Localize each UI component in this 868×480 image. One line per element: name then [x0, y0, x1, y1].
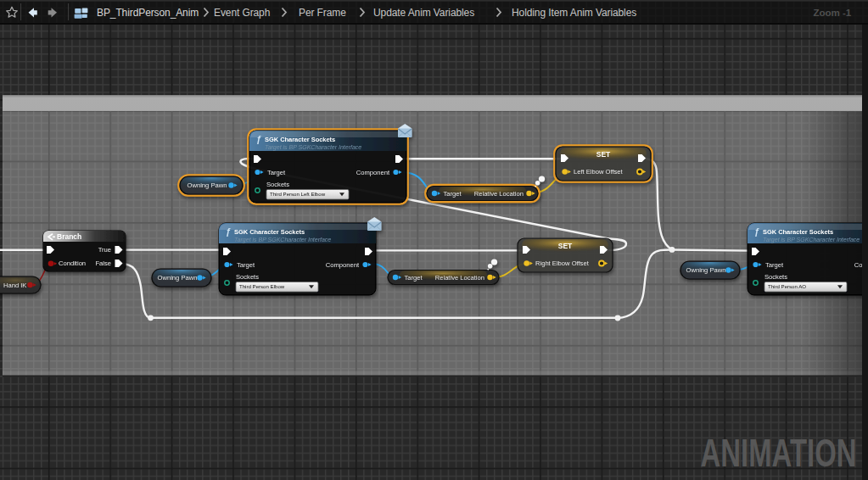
svg-text:Branch: Branch: [57, 232, 81, 241]
svg-text:Event Graph: Event Graph: [214, 7, 270, 19]
svg-text:Third Person AO: Third Person AO: [768, 283, 806, 289]
svg-text:True: True: [98, 246, 111, 254]
svg-text:Owning Pawn: Owning Pawn: [188, 181, 227, 189]
svg-text:Zoom -1: Zoom -1: [814, 7, 852, 18]
svg-text:BP_ThirdPerson_Anim: BP_ThirdPerson_Anim: [97, 7, 199, 19]
svg-text:Per Frame: Per Frame: [299, 7, 346, 19]
svg-text:False: False: [95, 260, 111, 267]
svg-text:Update Anim Variables: Update Anim Variables: [373, 7, 474, 19]
svg-text:Third Person Left Elbow: Third Person Left Elbow: [270, 191, 326, 197]
svg-text:Hand IK: Hand IK: [3, 282, 26, 289]
svg-text:ANIMATION: ANIMATION: [701, 431, 857, 475]
svg-text:Holding Item Anim Variables: Holding Item Anim Variables: [512, 7, 636, 19]
svg-text:Third Person Elbow: Third Person Elbow: [239, 283, 285, 289]
svg-text:Right Elbow Offset: Right Elbow Offset: [535, 260, 590, 267]
svg-text:Left Elbow Offset: Left Elbow Offset: [574, 168, 624, 176]
svg-text:Condition: Condition: [59, 260, 86, 267]
